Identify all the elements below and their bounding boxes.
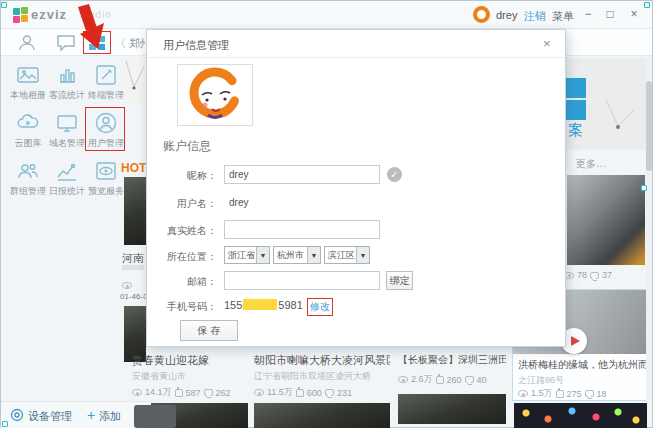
comments-icon [325, 389, 334, 396]
menu-button[interactable]: 菜单 [552, 9, 574, 24]
card-title: 【长板聚会】深圳三洲田高清 [398, 353, 506, 367]
close-button[interactable]: × [625, 7, 643, 21]
banner-graphic [566, 78, 586, 98]
chevron-down-icon: ▼ [356, 247, 369, 263]
minimize-button[interactable]: − [579, 7, 597, 21]
add-device-button[interactable]: 添加 [99, 409, 121, 424]
views-count: 78 [577, 270, 587, 280]
device-mgmt-button[interactable]: 设备管理 [28, 409, 72, 424]
section-title: 账户信息 [163, 138, 211, 155]
dialog-header: 用户信息管理 × [147, 30, 565, 58]
phone-prefix: 155 [224, 299, 242, 311]
dialog-close-icon[interactable]: × [543, 36, 551, 51]
hot-label: HOT [121, 161, 146, 175]
video-thumbnail[interactable] [124, 177, 146, 245]
banner-graphic [566, 100, 586, 120]
username-label: 用户名： [157, 197, 217, 211]
card-subtitle: 安徽省黄山市 [132, 370, 248, 383]
plus-icon: + [87, 407, 95, 423]
likes-count: 275 [567, 389, 582, 399]
comments-count: 37 [602, 270, 612, 280]
contacts-tab-person-icon[interactable] [17, 33, 37, 53]
selection-handle [644, 2, 650, 8]
views-icon [398, 376, 408, 383]
card-stats: 14.1万 587 262 [132, 386, 248, 399]
logout-link[interactable]: 注销 [524, 9, 546, 24]
comments-count: 40 [477, 375, 487, 385]
selection-handle [1, 2, 7, 8]
likes-count: 587 [186, 388, 201, 398]
video-card[interactable]: 【长板聚会】深圳三洲田高清 2.6万 260 40 [398, 353, 506, 424]
bind-email-button[interactable]: 绑定 [386, 271, 413, 290]
bottom-bar: 设备管理 + 添加 [1, 401, 151, 428]
scrollbar-track[interactable] [646, 57, 652, 401]
video-thumbnail[interactable] [254, 403, 390, 428]
location-label: 所在位置： [157, 250, 217, 264]
views-icon [254, 389, 264, 396]
nickname-input[interactable] [224, 165, 380, 184]
district-select[interactable]: 滨江区 ▼ [324, 246, 370, 264]
timestamp-label: 01-46-0 [120, 292, 146, 301]
profile-avatar[interactable] [177, 64, 253, 126]
comments-icon [465, 376, 474, 383]
annotation-box-apps-tab [83, 31, 111, 54]
brand-name: ezviz [31, 7, 67, 22]
card-title: 洪桥梅桂的缘城，他为杭州而来.. [518, 358, 646, 372]
video-thumbnail[interactable] [398, 394, 506, 424]
app-window: ezviz studio drey 注销 菜单 − □ × 〈 郑州 [0, 0, 653, 428]
user-name: drey [496, 9, 517, 21]
breadcrumb[interactable]: 〈 郑州 [115, 36, 145, 51]
district-value: 滨江区 [328, 249, 355, 262]
user-avatar[interactable] [473, 6, 490, 23]
card-subtitle: 之江路96号 [518, 374, 646, 387]
likes-icon [556, 390, 564, 398]
brand-suffix: studio [79, 9, 112, 20]
views-count: 14.1万 [145, 386, 172, 399]
phone-value: 1555981 [224, 299, 303, 311]
save-button[interactable]: 保 存 [180, 320, 238, 341]
likes-icon [296, 389, 304, 397]
realname-label: 真实姓名： [157, 224, 217, 238]
card-stats: 78 37 [564, 270, 612, 280]
card-title: 赏春黄山迎花嫁 [132, 353, 248, 368]
verified-check-icon: ✓ [387, 167, 402, 182]
city-value: 杭州市 [277, 249, 304, 262]
phone-label: 手机号码： [157, 300, 217, 314]
video-card[interactable]: 朝阳市喇嘛大桥大凌河风景区 辽宁省朝阳市双塔区凌河大桥 11.5万 600 23… [254, 353, 390, 428]
realname-input[interactable] [224, 220, 380, 239]
phone-suffix: 5981 [278, 299, 302, 311]
maximize-button[interactable]: □ [601, 7, 619, 21]
views-count: 11.5万 [267, 386, 293, 399]
nickname-label: 昵称： [157, 169, 217, 183]
scrollbar-thumb[interactable] [646, 81, 652, 171]
selection-handle [641, 185, 647, 191]
dark-tooltip-remnant [134, 405, 176, 428]
messages-tab-chat-icon[interactable] [56, 34, 76, 52]
card-stats: 2.6万 260 40 [398, 373, 506, 386]
province-value: 浙江省 [228, 249, 255, 262]
modify-phone-link[interactable]: 修改 [307, 298, 333, 316]
views-count: 2.6万 [411, 373, 433, 386]
city-select[interactable]: 杭州市 ▼ [273, 246, 321, 264]
pendant-thumbnail[interactable] [124, 59, 146, 103]
comments-icon [590, 272, 599, 279]
promo-banner[interactable]: 案 [564, 58, 646, 150]
email-label: 邮箱： [157, 275, 217, 289]
email-input[interactable] [224, 271, 380, 290]
card-stats: 11.5万 600 231 [254, 386, 390, 399]
province-select[interactable]: 浙江省 ▼ [224, 246, 270, 264]
views-icon [132, 389, 142, 396]
video-thumbnail[interactable] [567, 175, 645, 265]
comments-count: 231 [337, 388, 352, 398]
comments-count: 262 [216, 388, 231, 398]
lights-video-thumbnail[interactable] [514, 403, 647, 428]
likes-count: 260 [447, 375, 462, 385]
views-icon [122, 275, 132, 293]
card-stats: 1.5万 275 18 [518, 387, 607, 400]
more-link[interactable]: 更多… [576, 157, 606, 171]
card-title[interactable]: 河南 [122, 251, 146, 266]
card-subtitle: 辽宁省朝阳市双塔区凌河大桥 [254, 370, 390, 383]
device-icon [10, 408, 24, 422]
annotation-box-user-mgmt [85, 107, 125, 151]
comments-icon [204, 389, 213, 396]
